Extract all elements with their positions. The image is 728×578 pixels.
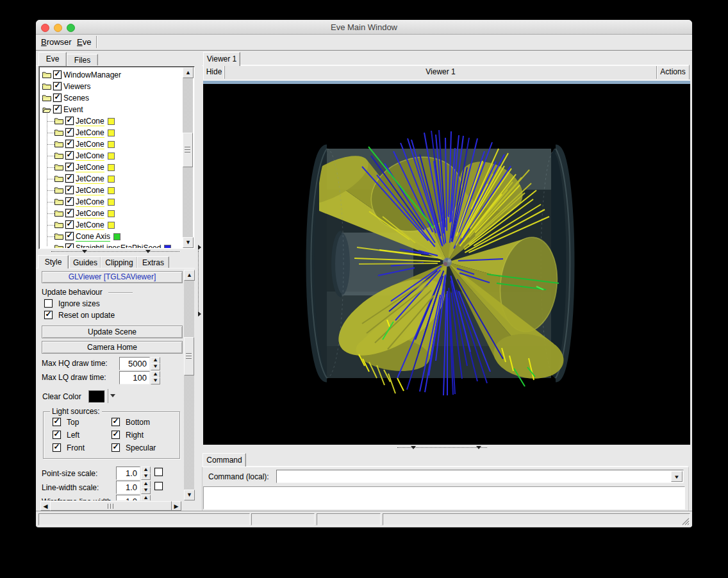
tree-item-label[interactable]: JetCone: [76, 163, 104, 172]
command-input[interactable]: ▼: [276, 470, 684, 483]
tree-item-event[interactable]: ✓Event: [40, 104, 183, 115]
tree-item-label[interactable]: JetCone: [76, 220, 104, 230]
tree-checkbox[interactable]: ✓: [65, 117, 74, 125]
color-swatch[interactable]: [108, 176, 115, 183]
color-swatch[interactable]: [108, 187, 115, 194]
clear-color-swatch[interactable]: [88, 390, 105, 403]
light-left-checkbox[interactable]: ✓: [53, 431, 61, 439]
settings-vscrollbar[interactable]: [184, 270, 194, 500]
actions-button[interactable]: Actions: [656, 65, 689, 79]
line-width-field[interactable]: 1.0: [116, 481, 140, 494]
tree-checkbox[interactable]: ✓: [65, 244, 74, 248]
wireframe-field[interactable]: 1.0: [116, 495, 140, 500]
light-bottom-checkbox[interactable]: ✓: [112, 418, 120, 426]
settings-hscrollbar-thumb[interactable]: [50, 501, 172, 511]
tree-checkbox[interactable]: ✓: [53, 70, 62, 79]
tree-item-jetcone[interactable]: ✓JetCone: [40, 219, 183, 231]
tree-item-straightlinesetaphiseed[interactable]: ✓StraightLinesEtaPhiSeed: [40, 242, 183, 248]
tree-scroll-down-icon[interactable]: ▼: [183, 237, 194, 248]
tree-item-windowmanager[interactable]: ✓WindowManager: [40, 69, 183, 81]
color-swatch[interactable]: [108, 129, 115, 136]
tab-command[interactable]: Command: [203, 453, 246, 467]
tree-item-jetcone[interactable]: ✓JetCone: [40, 208, 183, 219]
tree-item-label[interactable]: JetCone: [76, 151, 104, 161]
clear-color-dropdown-icon[interactable]: [110, 394, 115, 397]
tree-checkbox[interactable]: ✓: [53, 94, 62, 102]
tree-item-jetcone[interactable]: ✓JetCone: [40, 138, 183, 150]
tree-item-label[interactable]: JetCone: [76, 197, 104, 207]
tree-item-label[interactable]: StraightLinesEtaPhiSeed: [76, 244, 161, 248]
tab-eve[interactable]: Eve: [38, 52, 67, 66]
light-specular-checkbox[interactable]: ✓: [112, 443, 120, 452]
tree-item-jetcone[interactable]: ✓JetCone: [40, 173, 183, 185]
color-swatch[interactable]: [108, 141, 115, 148]
tree-item-jetcone[interactable]: ✓JetCone: [40, 196, 183, 208]
tree-checkbox[interactable]: ✓: [65, 197, 74, 206]
tree-item-jetcone[interactable]: ✓JetCone: [40, 185, 183, 196]
tree-checkbox[interactable]: ✓: [65, 140, 74, 148]
tree-checkbox[interactable]: ✓: [65, 163, 74, 171]
color-swatch[interactable]: [108, 222, 115, 229]
settings-scroll-right-icon[interactable]: ▶: [171, 501, 181, 511]
color-swatch[interactable]: [108, 118, 115, 125]
tree-checkbox[interactable]: ✓: [65, 174, 74, 183]
command-output[interactable]: [203, 486, 685, 509]
tree-item-label[interactable]: WindowManager: [63, 70, 121, 79]
tab-viewer-1[interactable]: Viewer 1: [203, 52, 240, 66]
tab-files[interactable]: Files: [67, 54, 98, 66]
tree-item-label[interactable]: JetCone: [76, 117, 104, 126]
point-size-field[interactable]: 1.0: [116, 467, 140, 480]
line-width-checkbox[interactable]: [154, 482, 163, 490]
tree-checkbox[interactable]: ✓: [53, 82, 62, 90]
menu-browser[interactable]: Browser: [41, 37, 72, 47]
settings-scroll-down-icon[interactable]: ▼: [184, 490, 195, 500]
tree-scroll-up-icon[interactable]: ▲: [183, 67, 194, 78]
tree-item-label[interactable]: Event: [63, 105, 83, 114]
color-swatch[interactable]: [108, 199, 115, 206]
main-splitter[interactable]: [198, 251, 199, 315]
reset-on-update-checkbox[interactable]: ✓: [44, 311, 53, 319]
point-size-checkbox[interactable]: [154, 468, 163, 476]
tree-item-cone-axis[interactable]: ✓Cone Axis: [40, 231, 183, 242]
tree-item-label[interactable]: JetCone: [76, 174, 104, 184]
glviewer-button[interactable]: GLViewer [TGLSAViewer]: [42, 271, 183, 283]
command-dropdown-icon[interactable]: ▼: [671, 471, 682, 482]
tree-checkbox[interactable]: ✓: [65, 128, 74, 136]
resize-grip-icon[interactable]: [681, 516, 690, 525]
tab-guides[interactable]: Guides: [69, 256, 101, 268]
settings-scroll-left-icon[interactable]: ◀: [40, 501, 51, 511]
tree-checkbox[interactable]: ✓: [65, 209, 74, 217]
tree-item-label[interactable]: JetCone: [76, 186, 104, 195]
tree-checkbox[interactable]: ✓: [65, 232, 74, 240]
ignore-sizes-checkbox[interactable]: [44, 299, 53, 308]
color-swatch[interactable]: [113, 233, 120, 240]
tree-checkbox[interactable]: ✓: [65, 220, 74, 229]
tree-item-label[interactable]: JetCone: [76, 209, 104, 219]
tab-clipping[interactable]: Clipping: [101, 256, 138, 268]
color-swatch[interactable]: [108, 164, 115, 171]
tree-item-jetcone[interactable]: ✓JetCone: [40, 127, 183, 138]
tree-item-jetcone[interactable]: ✓JetCone: [40, 161, 183, 173]
light-front-checkbox[interactable]: ✓: [53, 443, 61, 452]
tree-item-jetcone[interactable]: ✓JetCone: [40, 150, 183, 161]
max-lq-field[interactable]: 100: [119, 371, 150, 384]
tree-item-label[interactable]: Scenes: [63, 94, 89, 103]
update-scene-button[interactable]: Update Scene: [42, 326, 183, 338]
color-swatch[interactable]: [108, 210, 115, 217]
hide-button[interactable]: Hide: [204, 65, 225, 79]
tree-checkbox[interactable]: ✓: [65, 186, 74, 194]
title-bar[interactable]: Eve Main Window: [36, 20, 692, 35]
tree-checkbox[interactable]: ✓: [65, 151, 74, 160]
max-hq-field[interactable]: 5000: [119, 357, 150, 370]
menu-eve[interactable]: Eve: [77, 37, 91, 47]
tree-splitter[interactable]: [51, 251, 179, 252]
tree-item-label[interactable]: Cone Axis: [76, 232, 110, 242]
light-top-checkbox[interactable]: ✓: [53, 418, 61, 426]
tab-extras[interactable]: Extras: [137, 256, 169, 268]
settings-scroll-up-icon[interactable]: ▲: [184, 270, 195, 281]
tree-item-scenes[interactable]: ✓Scenes: [40, 92, 183, 104]
tree-item-label[interactable]: JetCone: [76, 140, 104, 149]
light-right-checkbox[interactable]: ✓: [112, 431, 120, 439]
color-swatch[interactable]: [108, 153, 115, 160]
tree-checkbox[interactable]: ✓: [53, 105, 62, 113]
